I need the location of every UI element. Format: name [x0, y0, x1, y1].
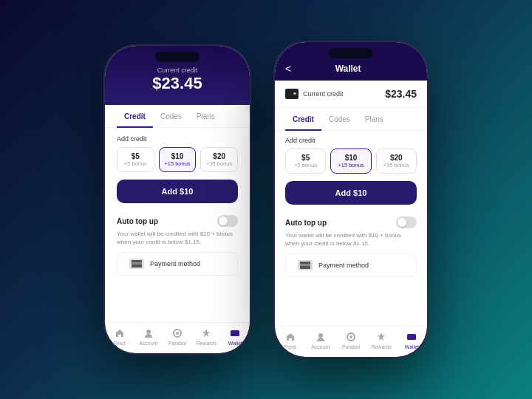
nav-wallet-right[interactable]: Wallet: [397, 331, 427, 349]
current-credit-label-left: Current credit: [117, 66, 238, 74]
add-credit-label-right: Add credit: [275, 131, 427, 149]
svg-point-11: [318, 333, 323, 338]
nav-account-right[interactable]: Account: [305, 331, 335, 349]
add-button-left[interactable]: Add $10: [117, 180, 238, 203]
nav-parabol-right[interactable]: Parabol: [335, 331, 366, 349]
svg-point-13: [349, 335, 352, 338]
content-right: Add credit $5 +5 bonus $10 +15 bonus $20…: [275, 131, 427, 326]
current-credit-text-right: Current credit: [303, 90, 344, 98]
nav-parabol-label-right: Parabol: [342, 344, 360, 349]
nav-feed-right[interactable]: Feed: [275, 331, 305, 349]
auto-topup-label-left: Auto top up: [117, 217, 158, 225]
phone-left: Current credit $23.45 Credit Codes Plans…: [103, 44, 251, 355]
tab-credit-left[interactable]: Credit: [117, 105, 153, 128]
nav-feed-left[interactable]: Feed: [105, 327, 134, 346]
phone-right: < Wallet Current credit $23.45 Credi: [273, 41, 429, 358]
amount-10-right: $10: [334, 154, 367, 162]
current-credit-amount-right: $23.45: [385, 88, 417, 100]
current-credit-left: Current credit: [285, 89, 344, 99]
payment-label-left: Payment method: [150, 260, 200, 267]
auto-topup-label-right: Auto top up: [285, 219, 327, 227]
nav-account-left[interactable]: Account: [134, 327, 163, 346]
account-icon-left: [143, 327, 154, 339]
bonus-20-right: +35 bonus: [380, 162, 413, 168]
amount-10-left: $10: [163, 152, 193, 160]
card-icon-left: [129, 259, 144, 269]
bonus-10-right: +15 bonus: [334, 162, 367, 168]
nav-parabol-left[interactable]: Parabol: [163, 327, 191, 346]
back-button-right[interactable]: <: [285, 63, 291, 75]
credit-option-20-right[interactable]: $20 +35 bonus: [376, 149, 417, 174]
svg-rect-6: [236, 332, 239, 334]
svg-point-4: [176, 332, 179, 335]
header-amount-left: $23.45: [117, 74, 238, 93]
content-left: Credit Codes Plans Add credit $5 +5 bonu…: [105, 105, 250, 322]
amount-20-left: $20: [204, 152, 234, 160]
auto-topup-row-left: Auto top up: [105, 211, 250, 230]
nav-account-label-left: Account: [139, 341, 157, 346]
auto-topup-desc-left: Your wallet will be credited with $10 + …: [105, 230, 250, 252]
nav-wallet-label-left: Wallet: [228, 341, 242, 346]
tabs-right: Credit Codes Plans: [275, 108, 427, 131]
add-button-right[interactable]: Add $10: [285, 181, 417, 205]
wallet-icon-left: [229, 327, 241, 339]
bonus-5-right: +5 bonus: [289, 162, 322, 168]
payment-label-right: Payment method: [318, 262, 369, 269]
wallet-icon-right: [406, 331, 417, 343]
account-icon-right: [315, 331, 327, 343]
tab-credit-right[interactable]: Credit: [285, 108, 321, 131]
home-icon-left: [114, 327, 126, 339]
nav-parabol-label-left: Parabol: [168, 341, 186, 346]
credit-option-10-left[interactable]: $10 +15 bonus: [159, 147, 197, 172]
nav-wallet-left[interactable]: Wallet: [221, 327, 250, 346]
nav-account-label-right: Account: [311, 344, 330, 349]
payment-method-right[interactable]: Payment method: [285, 253, 417, 277]
wallet-card-icon-right: [285, 89, 299, 99]
payment-method-left[interactable]: Payment method: [117, 252, 238, 276]
svg-rect-7: [285, 89, 299, 99]
add-credit-label-left: Add credit: [105, 128, 250, 147]
auto-topup-row-right: Auto top up: [275, 212, 427, 231]
wallet-title-right: Wallet: [335, 64, 361, 74]
nav-feed-label-right: Feed: [284, 344, 296, 349]
auto-topup-desc-right: Your wallet will be credited with $10 + …: [275, 231, 427, 253]
amount-5-right: $5: [289, 154, 322, 162]
svg-rect-8: [293, 92, 296, 95]
credit-option-5-left[interactable]: $5 +5 bonus: [117, 147, 154, 172]
parabol-icon-left: [171, 327, 183, 339]
phones-container: Current credit $23.45 Credit Codes Plans…: [103, 41, 429, 358]
nav-rewards-label-left: Rewards: [196, 341, 216, 346]
svg-point-2: [146, 330, 151, 334]
svg-rect-10: [300, 264, 310, 266]
tab-codes-left[interactable]: Codes: [153, 105, 189, 128]
nav-rewards-label-right: Rewards: [371, 344, 392, 349]
rewards-icon-left: [200, 327, 212, 339]
tab-plans-right[interactable]: Plans: [358, 108, 391, 131]
bonus-5-left: +5 bonus: [120, 160, 151, 167]
nav-wallet-label-right: Wallet: [405, 344, 419, 349]
nav-rewards-left[interactable]: Rewards: [192, 327, 221, 346]
bottom-nav-right: Feed Account Parabol: [275, 326, 427, 357]
auto-topup-toggle-right[interactable]: [396, 216, 417, 228]
amount-5-left: $5: [120, 152, 151, 160]
current-credit-row-right: Current credit $23.45: [275, 81, 427, 107]
home-icon-right: [284, 331, 296, 343]
tab-codes-right[interactable]: Codes: [321, 108, 358, 131]
card-icon-right: [298, 260, 313, 270]
credit-options-left: $5 +5 bonus $10 +15 bonus $20 +35 bonus: [105, 147, 250, 180]
nav-rewards-right[interactable]: Rewards: [366, 331, 397, 349]
svg-rect-15: [413, 336, 415, 338]
bonus-20-left: +35 bonus: [204, 160, 234, 167]
auto-topup-toggle-left[interactable]: [217, 215, 238, 227]
tab-plans-left[interactable]: Plans: [189, 105, 222, 128]
nav-feed-label-left: Feed: [114, 341, 126, 346]
rewards-icon-right: [375, 331, 387, 343]
screen-left: Current credit $23.45 Credit Codes Plans…: [105, 46, 250, 353]
screen-right: < Wallet Current credit $23.45 Credi: [275, 42, 427, 357]
parabol-icon-right: [345, 331, 357, 343]
credit-option-5-right[interactable]: $5 +5 bonus: [285, 149, 326, 174]
credit-option-10-right[interactable]: $10 +15 bonus: [330, 149, 371, 174]
credit-option-20-left[interactable]: $20 +35 bonus: [200, 147, 238, 172]
amount-20-right: $20: [380, 154, 413, 162]
tabs-left: Credit Codes Plans: [105, 105, 250, 128]
